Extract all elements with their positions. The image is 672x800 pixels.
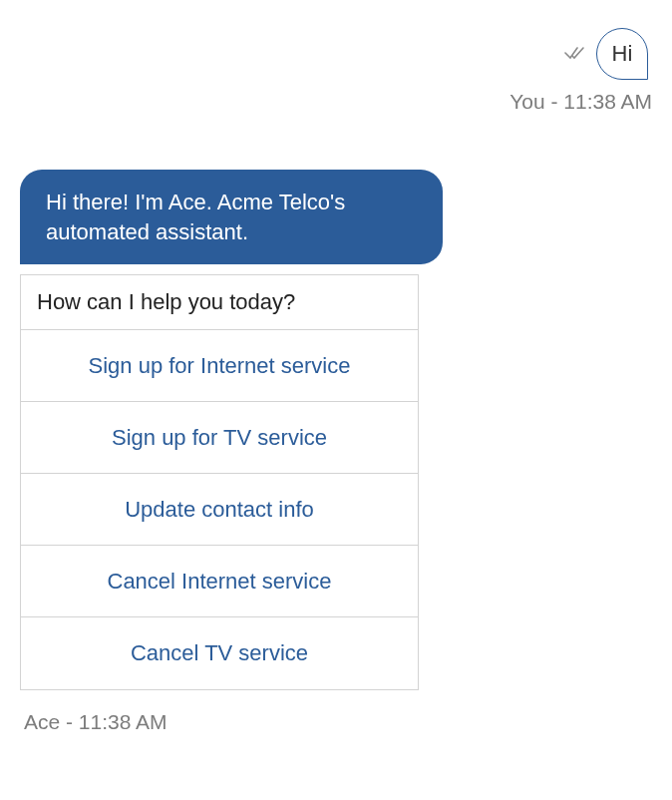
option-update-contact[interactable]: Update contact info: [21, 474, 418, 546]
bot-message-bubble: Hi there! I'm Ace. Acme Telco's automate…: [20, 170, 443, 264]
user-message-bubble: Hi: [596, 28, 648, 80]
user-message-row: Hi: [20, 28, 652, 80]
option-sign-up-tv[interactable]: Sign up for TV service: [21, 402, 418, 474]
options-header: How can I help you today?: [21, 275, 418, 330]
option-label: Cancel Internet service: [108, 569, 332, 595]
user-message-text: Hi: [612, 41, 633, 67]
option-sign-up-internet[interactable]: Sign up for Internet service: [21, 330, 418, 402]
user-message-meta: You - 11:38 AM: [20, 90, 652, 114]
option-cancel-tv[interactable]: Cancel TV service: [21, 617, 418, 689]
bot-greeting-text: Hi there! I'm Ace. Acme Telco's automate…: [46, 190, 345, 244]
option-label: Update contact info: [125, 497, 314, 523]
option-cancel-internet[interactable]: Cancel Internet service: [21, 546, 418, 617]
options-card: How can I help you today? Sign up for In…: [20, 274, 419, 690]
option-label: Cancel TV service: [131, 640, 308, 666]
option-label: Sign up for TV service: [112, 425, 327, 451]
read-receipt-icon: [564, 44, 586, 65]
option-label: Sign up for Internet service: [89, 353, 351, 379]
bot-message-meta: Ace - 11:38 AM: [20, 710, 652, 734]
